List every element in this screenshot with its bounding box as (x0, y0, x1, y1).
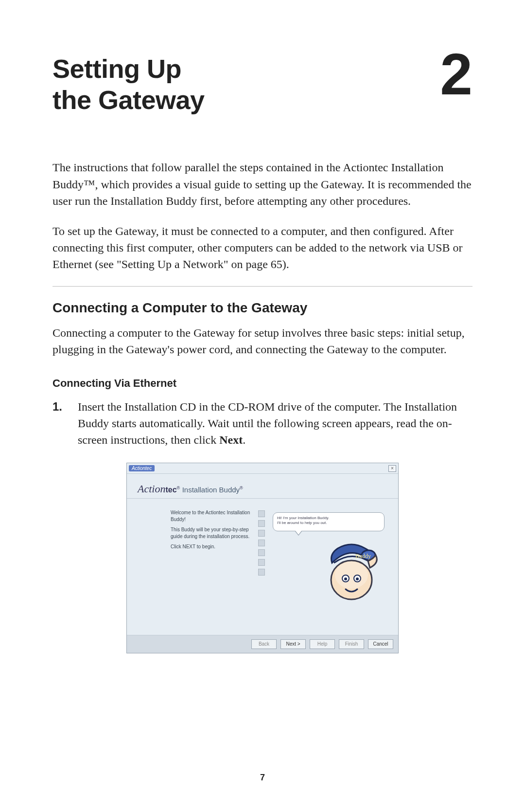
subheading-ethernet: Connecting Via Ethernet (52, 377, 472, 390)
step-1: 1. Insert the Installation CD in the CD-… (52, 398, 472, 448)
close-icon[interactable]: × (388, 465, 396, 472)
instr-body: This Buddy will be your step-by-step gui… (171, 526, 253, 540)
page-number: 7 (0, 773, 525, 783)
chapter-title-line1: Setting Up (52, 54, 181, 83)
intro-paragraph-1: The instructions that follow parallel th… (52, 159, 472, 209)
speech-bubble: Hi! I'm your Installation Buddy. I'll be… (273, 512, 385, 531)
instr-welcome: Welcome to the Actiontec Installation Bu… (171, 509, 253, 523)
svg-point-6 (356, 577, 359, 580)
window-titlebar: Actiontec × (127, 463, 398, 474)
step1-text-pre: Insert the Installation CD in the CD-ROM… (78, 400, 457, 446)
section-divider (52, 286, 472, 287)
brand-action: Action (138, 483, 165, 495)
svg-point-1 (335, 561, 368, 589)
window-title-chip: Actiontec (129, 465, 155, 471)
buddy-panel: Hi! I'm your Installation Buddy. I'll be… (270, 509, 387, 618)
svg-point-5 (344, 577, 347, 580)
help-button[interactable]: Help (310, 639, 335, 649)
buddy-cap-label: Buddy (355, 553, 371, 559)
finish-button[interactable]: Finish (339, 639, 364, 649)
scroll-up-icon[interactable] (258, 510, 265, 517)
chapter-header: Setting Up the Gateway 2 (52, 54, 472, 115)
chapter-title-line2: the Gateway (52, 85, 205, 114)
step1-text-bold: Next (219, 433, 243, 446)
installer-window: Actiontec × Actiontec® Installation Budd… (126, 463, 399, 653)
scroll-thumb-4[interactable] (258, 549, 265, 556)
brand-reg-1: ® (177, 486, 180, 490)
chapter-title: Setting Up the Gateway (52, 54, 205, 115)
scroll-down-icon[interactable] (258, 569, 265, 576)
chapter-number: 2 (440, 51, 472, 97)
cancel-button[interactable]: Cancel (368, 639, 393, 649)
buddy-mascot-icon: Buddy (317, 534, 385, 602)
step1-text-post: . (243, 433, 245, 446)
brand-reg-2: ® (240, 486, 243, 490)
scroll-thumb-2[interactable] (258, 530, 265, 537)
scroll-thumb[interactable] (258, 520, 265, 527)
next-button[interactable]: Next > (280, 639, 306, 649)
manual-page: Setting Up the Gateway 2 The instruction… (0, 0, 525, 812)
section-heading-connecting: Connecting a Computer to the Gateway (52, 300, 472, 316)
window-brand: Actiontec® Installation Buddy® (127, 474, 398, 499)
instr-click: Click NEXT to begin. (171, 543, 253, 550)
speech-line2: I'll be around to help you out. (277, 521, 380, 525)
scroll-thumb-5[interactable] (258, 559, 265, 566)
intro-paragraph-2: To set up the Gateway, it must be connec… (52, 223, 472, 272)
window-body: Welcome to the Actiontec Installation Bu… (127, 499, 398, 635)
window-button-bar: Back Next > Help Finish Cancel (127, 635, 398, 653)
speech-line1: Hi! I'm your Installation Buddy. (277, 516, 380, 521)
brand-product: Installation Buddy (182, 486, 240, 494)
scroll-thumb-3[interactable] (258, 540, 265, 546)
scrollbar[interactable] (258, 509, 265, 618)
speech-tail-icon (295, 531, 302, 536)
step-text: Insert the Installation CD in the CD-ROM… (78, 398, 472, 448)
step-number: 1. (52, 398, 69, 448)
instruction-text: Welcome to the Actiontec Installation Bu… (171, 509, 253, 618)
section-body-connecting: Connecting a computer to the Gateway for… (52, 325, 472, 358)
figure-wrap: Actiontec × Actiontec® Installation Budd… (52, 463, 472, 653)
back-button[interactable]: Back (251, 639, 277, 649)
brand-tec: tec (165, 486, 176, 494)
